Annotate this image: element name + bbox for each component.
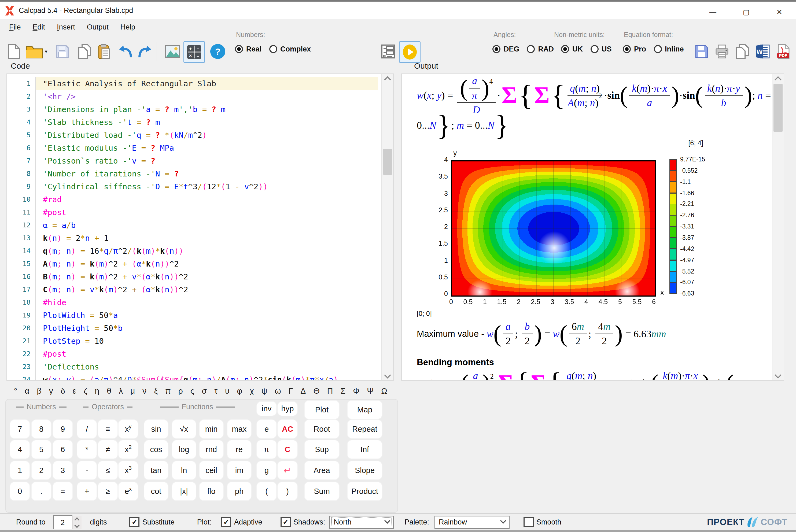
code-line[interactable]: 21PlotStep = 10 xyxy=(7,335,381,347)
new-file-button[interactable] xyxy=(4,41,24,62)
key-5[interactable]: 5 xyxy=(32,440,51,458)
open-file-button[interactable]: ▼ xyxy=(25,41,49,62)
greek-key-ω[interactable]: ω xyxy=(274,386,281,395)
key-Root[interactable]: Root xyxy=(305,420,339,438)
output-scrollbar[interactable] xyxy=(772,74,784,380)
key-tan[interactable]: tan xyxy=(144,461,168,479)
smooth-checkbox[interactable]: ✓ xyxy=(524,517,534,527)
key-C[interactable]: C xyxy=(278,440,297,458)
key-cot[interactable]: cot xyxy=(144,482,168,500)
pro-label[interactable]: Pro xyxy=(634,45,646,53)
deg-radio[interactable] xyxy=(492,45,500,53)
greek-key-γ[interactable]: γ xyxy=(49,386,53,395)
key-/[interactable]: / xyxy=(77,420,97,438)
code-line[interactable]: 15A(m; n) = k(m)^2 + (α*k(n))^2 xyxy=(7,258,381,270)
greek-key-δ[interactable]: δ xyxy=(61,386,65,395)
code-line[interactable]: 14q(m; n) = 16*q/π^2/(k(m)*k(n)) xyxy=(7,245,381,258)
greek-key-ε[interactable]: ε xyxy=(73,386,76,395)
key-Sum[interactable]: Sum xyxy=(305,482,339,500)
code-scroll-down[interactable] xyxy=(382,372,393,380)
greek-key-φ[interactable]: φ xyxy=(237,386,242,395)
inline-label[interactable]: Inline xyxy=(665,45,684,53)
greek-key-π[interactable]: π xyxy=(165,386,171,395)
greek-key-ζ[interactable]: ζ xyxy=(84,386,87,395)
code-line[interactable]: 18#hide xyxy=(7,296,381,309)
greek-key-ν[interactable]: ν xyxy=(143,386,147,395)
key-x^3[interactable]: x3 xyxy=(118,461,138,479)
real-radio[interactable] xyxy=(235,45,243,53)
key-log[interactable]: log xyxy=(172,440,196,458)
key-0[interactable]: 0 xyxy=(10,482,30,500)
greek-key-ξ[interactable]: ξ xyxy=(154,386,157,395)
key-Sup[interactable]: Sup xyxy=(305,440,339,458)
code-line[interactable]: 11#post xyxy=(7,206,381,219)
shadows-checkbox[interactable]: ✓ xyxy=(281,517,291,527)
output-scroll-down[interactable] xyxy=(772,372,784,380)
calculator-button[interactable]: +−×= xyxy=(184,41,205,63)
substitute-label[interactable]: Substitute xyxy=(143,518,175,526)
us-label[interactable]: US xyxy=(602,45,612,53)
copy-output-button[interactable] xyxy=(733,41,752,62)
code-line[interactable]: 6'Elastic modulus -'E = ? MPa xyxy=(7,141,381,154)
digits-stepper-arrows[interactable] xyxy=(72,516,81,529)
code-scrollbar[interactable] xyxy=(381,74,393,380)
undo-button[interactable] xyxy=(116,41,135,62)
key-=[interactable]: = xyxy=(53,482,72,500)
key-π[interactable]: π xyxy=(257,440,276,458)
output-scroll-up[interactable] xyxy=(772,74,784,82)
code-line[interactable]: 12α = a/b xyxy=(7,219,381,232)
maximize-button[interactable]: ▢ xyxy=(729,3,763,21)
print-button[interactable] xyxy=(712,41,732,62)
key-flo[interactable]: flo xyxy=(200,482,223,500)
key-≥[interactable]: ≥ xyxy=(98,482,117,500)
word-export-button[interactable]: W xyxy=(753,41,772,62)
greek-key-Γ[interactable]: Γ xyxy=(289,386,293,395)
deg-label[interactable]: DEG xyxy=(504,45,519,53)
key-*[interactable]: * xyxy=(77,440,97,458)
code-scroll-up[interactable] xyxy=(382,74,393,82)
adaptive-checkbox[interactable]: ✓ xyxy=(221,517,231,527)
code-lines[interactable]: 1"Elastic Analysis of Rectangular Slab2'… xyxy=(7,74,381,380)
key-AC[interactable]: AC xyxy=(278,420,297,438)
code-line[interactable]: 4'Slab thickness -'t = ? m xyxy=(7,116,381,129)
copy-button[interactable] xyxy=(75,41,94,62)
greek-key-Ψ[interactable]: Ψ xyxy=(367,386,374,395)
key-max[interactable]: max xyxy=(227,420,251,438)
complex-radio[interactable] xyxy=(269,45,277,53)
code-line[interactable]: 16B(m; n) = k(m)^2 + v*(α*k(n))^2 xyxy=(7,270,381,283)
key-([interactable]: ( xyxy=(257,482,276,500)
key-2[interactable]: 2 xyxy=(32,461,51,479)
save-button[interactable] xyxy=(53,41,72,62)
greek-key-τ[interactable]: τ xyxy=(214,386,217,395)
greek-key-β[interactable]: β xyxy=(37,386,41,395)
digits-value[interactable]: 2 xyxy=(53,515,72,529)
code-editor[interactable]: 1"Elastic Analysis of Rectangular Slab2'… xyxy=(6,74,394,381)
greek-key-ς[interactable]: ς xyxy=(190,386,194,395)
key-Product[interactable]: Product xyxy=(347,482,382,500)
open-dropdown-caret[interactable]: ▼ xyxy=(44,49,48,54)
code-line[interactable]: 9'Cylindrical siffness -'D = E*t^3/(12*(… xyxy=(7,180,381,193)
key-e^x[interactable]: ex xyxy=(118,482,138,500)
greek-key-Δ[interactable]: Δ xyxy=(300,386,306,395)
key-3[interactable]: 3 xyxy=(53,461,72,479)
greek-key-θ[interactable]: θ xyxy=(107,386,111,395)
greek-key-Ω[interactable]: Ω xyxy=(381,386,387,395)
menu-item-edit[interactable]: Edit xyxy=(27,21,51,33)
code-line[interactable]: 24w(x; y) = (a/π)^4/D*$Sum{$Sum{q(m; n)/… xyxy=(7,373,381,380)
key-ph[interactable]: ph xyxy=(227,482,251,500)
code-scroll-thumb[interactable] xyxy=(383,149,392,175)
key-im[interactable]: im xyxy=(227,461,251,479)
menu-item-file[interactable]: File xyxy=(3,21,27,33)
greek-key-ρ[interactable]: ρ xyxy=(178,386,183,395)
greek-key-Φ[interactable]: Φ xyxy=(353,386,359,395)
menu-item-insert[interactable]: Insert xyxy=(51,21,81,33)
greek-key-Θ[interactable]: Θ xyxy=(313,386,319,395)
code-line[interactable]: 5'Distributed load -'q = ? *(kN/m^2) xyxy=(7,129,381,141)
greek-key-ψ[interactable]: ψ xyxy=(262,386,267,395)
greek-key-χ[interactable]: χ xyxy=(250,386,254,395)
key-|x|[interactable]: |x| xyxy=(172,482,196,500)
substitute-checkbox[interactable]: ✓ xyxy=(130,517,140,527)
greek-key-υ[interactable]: υ xyxy=(225,386,229,395)
code-line[interactable]: 20PlotHeight = 50*b xyxy=(7,322,381,335)
smooth-label[interactable]: Smooth xyxy=(536,518,561,526)
